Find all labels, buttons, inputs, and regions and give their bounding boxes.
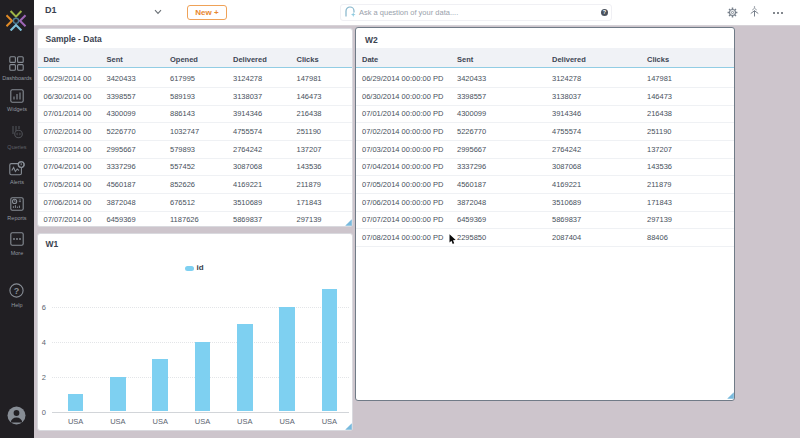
svg-text:?: ? — [14, 285, 20, 295]
